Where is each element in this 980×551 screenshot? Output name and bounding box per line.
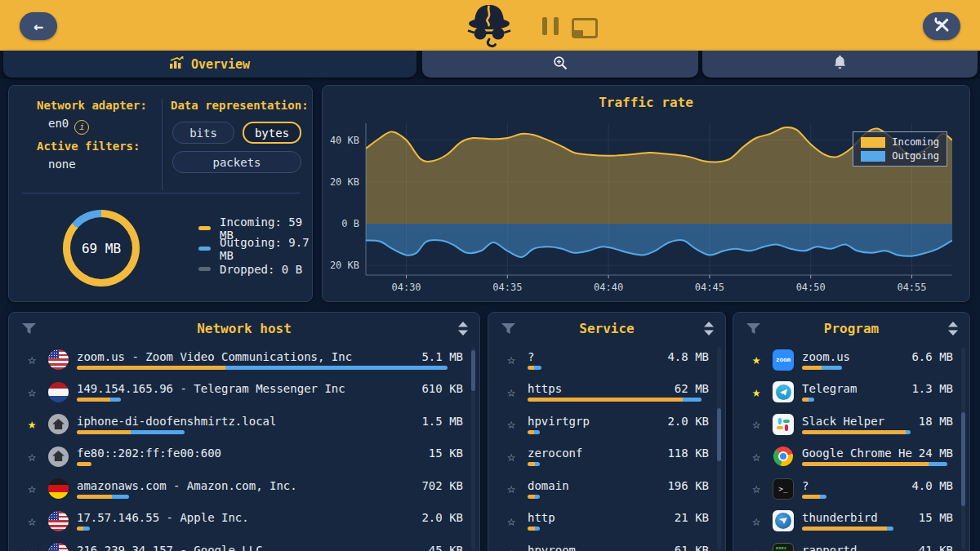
- favorite-star-icon[interactable]: ☆: [24, 353, 40, 367]
- scrollbar[interactable]: [471, 347, 475, 549]
- traffic-bar: [77, 430, 185, 434]
- favorite-star-icon[interactable]: ☆: [748, 546, 764, 551]
- favorite-star-icon[interactable]: ☆: [503, 385, 519, 399]
- row-value: 1.5 MB: [415, 415, 463, 428]
- traffic-bar: [528, 366, 541, 370]
- favorite-star-icon[interactable]: ☆: [748, 514, 764, 528]
- table-row[interactable]: ☆zoom.us - Zoom Video Communications, In…: [9, 344, 479, 376]
- tab-notifications[interactable]: [702, 51, 978, 78]
- bits-option-button[interactable]: bits: [172, 122, 234, 144]
- table-row[interactable]: ☆Slack Helper18 MB: [733, 408, 969, 441]
- x-tick-label: 04:40: [594, 282, 623, 293]
- row-value: 21 KB: [668, 511, 709, 524]
- overview-chart-icon: [170, 56, 184, 72]
- row-value: 24 MB: [912, 447, 953, 460]
- back-button[interactable]: ←: [20, 12, 57, 40]
- table-row[interactable]: ☆thunderbird15 MB: [733, 505, 969, 538]
- favorite-star-icon[interactable]: ★: [24, 417, 40, 431]
- row-value: 45 KB: [422, 544, 463, 551]
- row-value: 62 MB: [668, 382, 709, 395]
- table-row[interactable]: ☆hpvirtgrp2.0 KB: [488, 408, 725, 441]
- favorite-star-icon[interactable]: ★: [748, 385, 764, 399]
- favorite-star-icon[interactable]: ☆: [24, 546, 40, 551]
- thumbnail-mode-button[interactable]: [572, 18, 598, 38]
- y-tick-label: 20 KB: [330, 176, 359, 188]
- row-value: 1.3 MB: [905, 382, 953, 395]
- favorite-star-icon[interactable]: ☆: [748, 450, 764, 464]
- service-header: Service: [488, 313, 725, 344]
- tab-overview-label: Overview: [191, 57, 250, 72]
- table-row[interactable]: ☆http21 KB: [488, 505, 725, 538]
- traffic-rate-panel: Traffic rate 04:3004:3504:4004:4504:5004…: [322, 85, 970, 302]
- zoom-app-icon: zoom: [773, 349, 794, 371]
- table-row[interactable]: ☆zeroconf118 KB: [488, 441, 725, 473]
- scrollbar[interactable]: [961, 347, 965, 549]
- row-label: 216.239.34.157 - Google LLC: [77, 544, 263, 551]
- sort-icon[interactable]: [458, 322, 468, 339]
- row-value: 5.1 MB: [415, 350, 463, 363]
- packets-option-button[interactable]: packets: [172, 151, 301, 173]
- row-label: 17.57.146.55 - Apple Inc.: [77, 511, 249, 524]
- table-row[interactable]: ☆amazonaws.com - Amazon.com, Inc.702 KB: [9, 473, 479, 505]
- table-row[interactable]: ☆Google Chrome He...24 MB: [733, 441, 969, 473]
- pause-button[interactable]: [542, 17, 559, 35]
- x-tick-label: 04:45: [695, 282, 724, 293]
- network-host-panel: Network host ☆zoom.us - Zoom Video Commu…: [8, 312, 480, 551]
- program-rows: ★zoomzoom.us6.6 MB★Telegram1.3 MB☆Slack …: [733, 344, 969, 551]
- favorite-star-icon[interactable]: ☆: [748, 482, 764, 495]
- row-label: ?: [528, 350, 534, 363]
- bytes-option-button[interactable]: bytes: [243, 122, 301, 144]
- tab-inspect[interactable]: [422, 51, 698, 78]
- table-row[interactable]: ☆17.57.146.55 - Apple Inc.2.0 KB: [9, 505, 479, 538]
- row-value: 41 KB: [912, 544, 953, 551]
- outgoing-dash-icon: [198, 247, 211, 251]
- tab-overview[interactable]: Overview: [3, 51, 416, 78]
- table-row[interactable]: ☆149.154.165.96 - Telegram Messenger Inc…: [9, 376, 479, 409]
- row-value: 18 MB: [912, 415, 953, 428]
- table-row[interactable]: ☆hpvroom61 KB: [488, 537, 725, 551]
- table-row[interactable]: ★Telegram1.3 MB: [733, 376, 969, 409]
- adapter-info-icon[interactable]: i: [74, 120, 89, 135]
- favorite-star-icon[interactable]: ☆: [503, 417, 519, 431]
- us-flag-icon: [48, 511, 69, 531]
- table-row[interactable]: ☆>_?4.0 MB: [733, 473, 969, 505]
- favorite-star-icon[interactable]: ☆: [503, 450, 519, 464]
- traffic-bar: [802, 495, 826, 499]
- row-label: Google Chrome He...: [802, 447, 912, 460]
- table-row[interactable]: ★iphone-di-doofenshmirtz.local1.5 MB: [9, 408, 479, 441]
- table-row[interactable]: ☆?4.8 MB: [488, 344, 725, 376]
- favorite-star-icon[interactable]: ☆: [748, 417, 764, 431]
- network-host-header: Network host: [9, 313, 479, 344]
- sort-icon[interactable]: [704, 322, 714, 339]
- table-row[interactable]: ☆domain196 KB: [488, 473, 725, 505]
- outgoing-swatch-icon: [861, 151, 885, 162]
- divider: [22, 193, 300, 193]
- favorite-star-icon[interactable]: ☆: [24, 385, 40, 399]
- adapter-label: Network adapter:: [37, 99, 147, 112]
- chart-title: Traffic rate: [599, 95, 693, 110]
- settings-button[interactable]: [923, 12, 960, 40]
- favorite-star-icon[interactable]: ☆: [503, 482, 519, 495]
- sort-icon[interactable]: [948, 322, 958, 339]
- chart-legend-outgoing: Outgoing: [892, 150, 939, 162]
- favorite-star-icon[interactable]: ☆: [503, 514, 519, 528]
- scrollbar[interactable]: [717, 347, 721, 549]
- row-value: 15 KB: [422, 447, 463, 460]
- favorite-star-icon[interactable]: ☆: [24, 450, 40, 464]
- favorite-star-icon[interactable]: ☆: [503, 546, 519, 551]
- favorite-star-icon[interactable]: ★: [748, 353, 764, 367]
- chrome-app-icon: [773, 446, 794, 467]
- y-tick-label: 40 KB: [330, 135, 359, 146]
- table-row[interactable]: ★zoomzoom.us6.6 MB: [733, 344, 969, 376]
- row-label: ?: [802, 479, 808, 492]
- table-row[interactable]: ☆fe80::202:ff:fe00:60015 KB: [9, 441, 479, 473]
- favorite-star-icon[interactable]: ☆: [24, 482, 40, 495]
- adapter-value: en0i: [48, 117, 89, 135]
- table-row[interactable]: ☆216.239.34.157 - Google LLC45 KB: [9, 537, 479, 551]
- favorite-star-icon[interactable]: ☆: [503, 353, 519, 367]
- program-panel: Program ★zoomzoom.us6.6 MB★Telegram1.3 M…: [733, 312, 970, 551]
- traffic-bar: [802, 430, 911, 434]
- favorite-star-icon[interactable]: ☆: [24, 514, 40, 528]
- table-row[interactable]: ☆https62 MB: [488, 376, 725, 409]
- table-row[interactable]: ☆execrapportd41 KB: [733, 537, 969, 551]
